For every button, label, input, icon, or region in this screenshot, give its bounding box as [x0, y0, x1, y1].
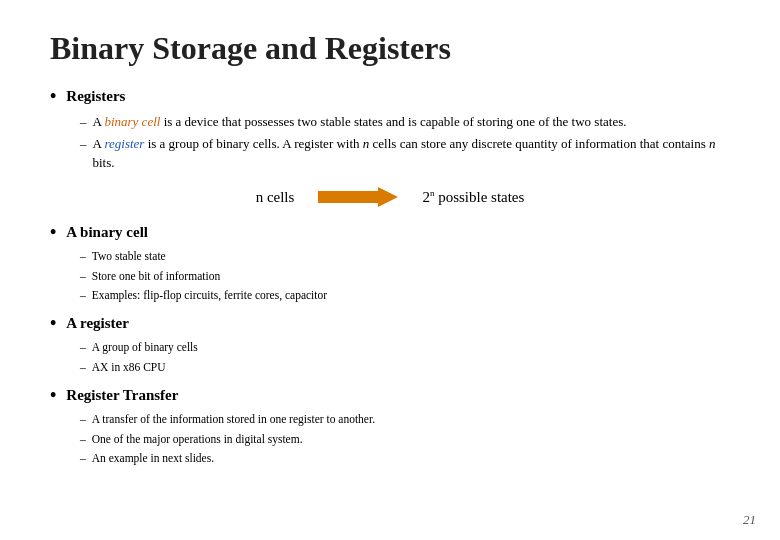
register-item-1-text: A group of binary cells	[92, 339, 198, 356]
registers-subitem-1: – A binary cell is a device that possess…	[80, 112, 730, 132]
binary-cell-item-1-text: Two stable state	[92, 248, 166, 265]
register-transfer-heading: • Register Transfer	[50, 384, 730, 407]
dash-r-1: –	[80, 339, 86, 356]
bullet-dot-registers: •	[50, 85, 56, 108]
registers-label: Registers	[66, 85, 125, 108]
binary-cell-item-1: – Two stable state	[80, 248, 730, 265]
n-italic-1: n	[363, 136, 370, 151]
slide: Binary Storage and Registers • Registers…	[0, 0, 780, 540]
registers-heading: • Registers	[50, 85, 730, 108]
register-highlight: register	[104, 136, 144, 151]
sup-n: n	[430, 188, 435, 198]
register-transfer-label: Register Transfer	[66, 384, 178, 407]
bullet-dot-binary: •	[50, 221, 56, 244]
dash-rt-2: –	[80, 431, 86, 448]
dash-2: –	[80, 134, 87, 154]
dash-bc-3: –	[80, 287, 86, 304]
arrow-right-label: 2n possible states	[422, 186, 524, 209]
dash-rt-1: –	[80, 411, 86, 428]
page-title: Binary Storage and Registers	[50, 30, 730, 67]
page-number: 21	[743, 512, 756, 528]
binary-cell-item-2-text: Store one bit of information	[92, 268, 220, 285]
binary-cell-label: A binary cell	[66, 221, 148, 244]
registers-subitem-2-text: A register is a group of binary cells. A…	[93, 134, 731, 173]
n-italic-2: n	[709, 136, 716, 151]
arrow-left-label: n cells	[256, 186, 295, 209]
register-item-2: – AX in x86 CPU	[80, 359, 730, 376]
rt-item-1: – A transfer of the information stored i…	[80, 411, 730, 428]
registers-subitem-1-text: A binary cell is a device that possesses…	[93, 112, 627, 132]
svg-marker-0	[318, 187, 398, 207]
rt-item-2: – One of the major operations in digital…	[80, 431, 730, 448]
dash-bc-1: –	[80, 248, 86, 265]
register-label: A register	[66, 312, 129, 335]
register-subitems: – A group of binary cells – AX in x86 CP…	[80, 339, 730, 376]
binary-cell-heading: • A binary cell	[50, 221, 730, 244]
dash-r-2: –	[80, 359, 86, 376]
binary-cell-subitems: – Two stable state – Store one bit of in…	[80, 248, 730, 304]
rt-item-2-text: One of the major operations in digital s…	[92, 431, 303, 448]
binary-cell-highlight: binary cell	[104, 114, 160, 129]
arrow-row: n cells 2n possible states	[50, 183, 730, 211]
rt-item-3-text: An example in next slides.	[92, 450, 214, 467]
binary-cell-item-3: – Examples: flip-flop circuits, ferrite …	[80, 287, 730, 304]
rt-item-1-text: A transfer of the information stored in …	[92, 411, 375, 428]
rt-item-3: – An example in next slides.	[80, 450, 730, 467]
bullet-dot-register: •	[50, 312, 56, 335]
binary-cell-item-2: – Store one bit of information	[80, 268, 730, 285]
binary-cell-item-3-text: Examples: flip-flop circuits, ferrite co…	[92, 287, 327, 304]
dash-bc-2: –	[80, 268, 86, 285]
register-transfer-subitems: – A transfer of the information stored i…	[80, 411, 730, 467]
dash-1: –	[80, 112, 87, 132]
register-item-1: – A group of binary cells	[80, 339, 730, 356]
register-heading: • A register	[50, 312, 730, 335]
register-item-2-text: AX in x86 CPU	[92, 359, 166, 376]
registers-subitem-2: – A register is a group of binary cells.…	[80, 134, 730, 173]
dash-rt-3: –	[80, 450, 86, 467]
bullet-dot-rt: •	[50, 384, 56, 407]
registers-subitems: – A binary cell is a device that possess…	[80, 112, 730, 173]
arrow-svg	[318, 183, 398, 211]
